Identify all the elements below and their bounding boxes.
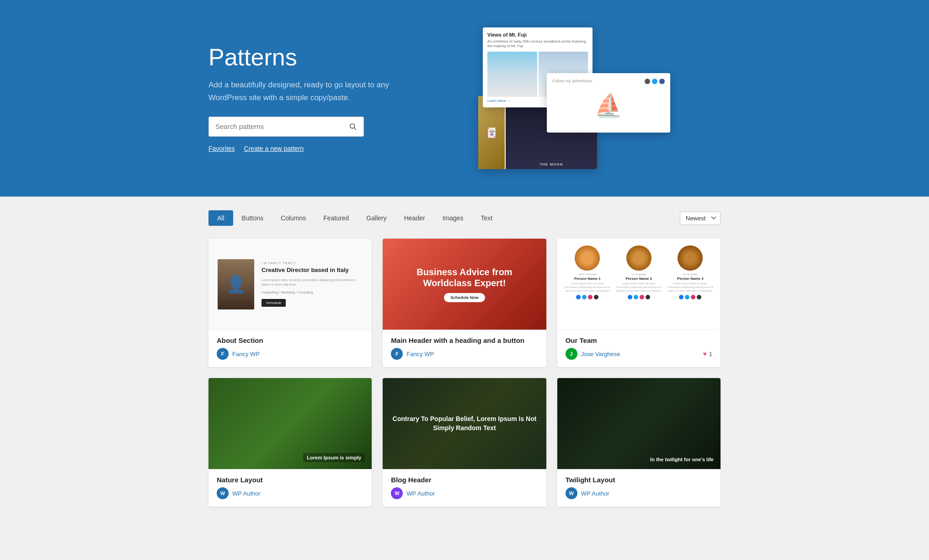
pattern-author-our-team: J Jose Varghese ♥ 1 [566, 348, 712, 360]
filter-tab-all[interactable]: All [208, 210, 233, 226]
search-button[interactable] [342, 117, 363, 136]
hero-links: Favorites Create a new pattern [208, 145, 455, 152]
heart-icon: ♥ [703, 350, 706, 357]
pattern-card-twilight-footer: Twilight Layout W WP Author [557, 469, 721, 507]
filter-tab-columns[interactable]: Columns [272, 210, 315, 226]
pattern-card-nature[interactable]: Lorem Ipsum is simply Nature Layout W WP… [208, 378, 372, 507]
filter-tab-gallery[interactable]: Gallery [358, 210, 395, 226]
pattern-card-about-footer: About Section F Fancy WP [208, 330, 372, 367]
author-avatar-about: F [217, 348, 229, 360]
hero-section: Patterns Add a beautifully designed, rea… [0, 0, 929, 197]
pattern-card-about[interactable]: 👤 I'M FANCY TRACY Creative Director base… [208, 239, 372, 367]
pattern-card-nature-footer: Nature Layout W WP Author [208, 469, 372, 507]
author-avatar-twilight: W [566, 487, 577, 499]
author-avatar-our-team: J [566, 348, 577, 360]
filter-tab-images[interactable]: Images [434, 210, 472, 226]
team-member-1: CEO / Founder Person Name 1 Lorem ipsum … [564, 245, 611, 323]
about-portrait: 👤 [218, 259, 254, 309]
filter-tab-header[interactable]: Header [395, 210, 434, 226]
pattern-name-about: About Section [217, 336, 363, 344]
pattern-author-main-header: F Fancy WP [391, 348, 538, 360]
pattern-author-about: F Fancy WP [217, 348, 363, 360]
pattern-preview-twilight: In the twilight for one's life [557, 378, 721, 469]
author-avatar-main-header: F [391, 348, 403, 360]
hero-title: Patterns [208, 44, 455, 70]
author-avatar-nature: W [217, 487, 229, 499]
team-member-2: Co-Founder Person Name 2 Lorem ipsum dol… [615, 245, 662, 323]
hero-visual: Views of Mt. Fuji An exhibition of early… [474, 27, 721, 169]
hero-description: Add a beautifully designed, ready to go … [208, 79, 428, 103]
team-member-3: Co-Founder Person Name 3 Lorem ipsum dol… [667, 245, 714, 323]
search-input[interactable] [209, 117, 342, 136]
pattern-card-twilight[interactable]: In the twilight for one's life Twilight … [557, 378, 721, 507]
pattern-card-blog-header-footer: Blog Header W WP Author [383, 469, 546, 507]
pattern-preview-nature: Lorem Ipsum is simply [208, 378, 372, 469]
pattern-author-nature: W WP Author [217, 487, 363, 499]
filter-tab-featured[interactable]: Featured [315, 210, 358, 226]
pattern-name-main-header: Main Header with a heading and a button [391, 336, 538, 344]
pattern-card-our-team-footer: Our Team J Jose Varghese ♥ 1 [557, 330, 721, 367]
pattern-preview-our-team: CEO / Founder Person Name 1 Lorem ipsum … [557, 239, 721, 330]
pattern-card-main-header[interactable]: Business Advice from Worldclass Expert! … [383, 239, 546, 367]
main-content: All Buttons Columns Featured Gallery Hea… [190, 197, 739, 520]
cards-grid: 👤 I'M FANCY TRACY Creative Director base… [208, 239, 721, 507]
pattern-author-twilight: W WP Author [566, 487, 712, 499]
sort-select[interactable]: Newest Oldest Popular [680, 212, 721, 225]
pattern-card-our-team[interactable]: CEO / Founder Person Name 1 Lorem ipsum … [557, 239, 721, 367]
hero-preview-card-2: Follow my adventures ⛵ [547, 73, 670, 133]
favorites-link[interactable]: Favorites [208, 145, 235, 152]
pattern-name-nature: Nature Layout [217, 476, 363, 484]
hero-content: Patterns Add a beautifully designed, rea… [208, 44, 455, 152]
filter-tab-buttons[interactable]: Buttons [233, 210, 272, 226]
pattern-name-our-team: Our Team [566, 336, 712, 344]
filter-bar: All Buttons Columns Featured Gallery Hea… [208, 210, 721, 226]
filter-tabs: All Buttons Columns Featured Gallery Hea… [208, 210, 501, 226]
search-icon [349, 123, 357, 131]
pattern-preview-blog-header: Contrary To Popular Belief, Lorem Ipsum … [383, 378, 546, 469]
create-pattern-link[interactable]: Create a new pattern [244, 145, 304, 152]
pattern-name-twilight: Twilight Layout [566, 476, 712, 484]
pattern-preview-main-header: Business Advice from Worldclass Expert! … [383, 239, 546, 330]
pattern-author-blog-header: W WP Author [391, 487, 538, 499]
search-bar [208, 117, 364, 137]
pattern-card-blog-header[interactable]: Contrary To Popular Belief, Lorem Ipsum … [383, 378, 546, 507]
author-avatar-blog-header: W [391, 487, 403, 499]
pattern-preview-about: 👤 I'M FANCY TRACY Creative Director base… [208, 239, 372, 330]
like-section-our-team: ♥ 1 [703, 350, 712, 357]
pattern-name-blog-header: Blog Header [391, 476, 538, 484]
pattern-card-main-header-footer: Main Header with a heading and a button … [383, 330, 546, 367]
filter-tab-text[interactable]: Text [472, 210, 502, 226]
svg-line-1 [354, 128, 356, 129]
